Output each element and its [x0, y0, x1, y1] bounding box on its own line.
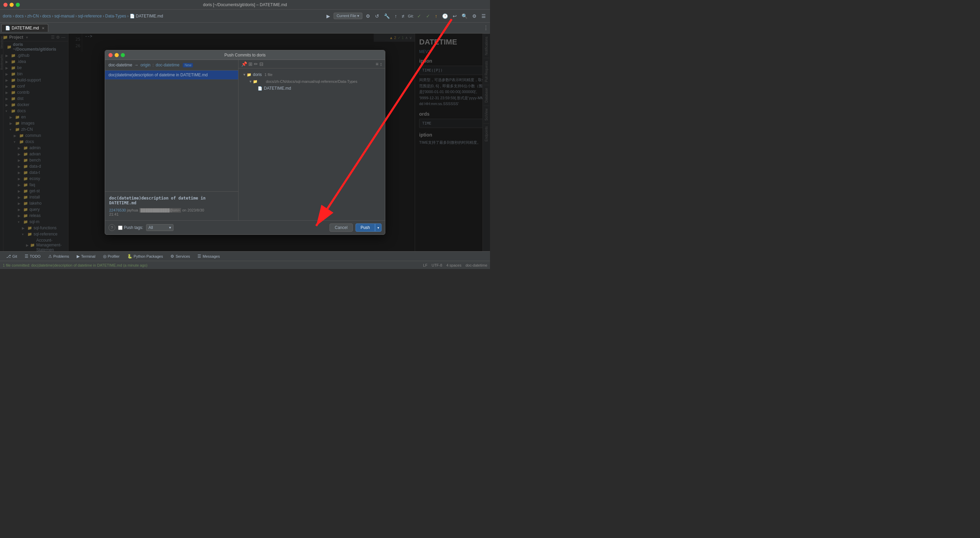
dialog-window-controls	[108, 53, 125, 57]
file-tree-expand-root: ▾	[243, 72, 245, 77]
btab-services[interactable]: ⚙ Services	[167, 253, 193, 260]
dialog-toolbar-filter[interactable]: ≡	[376, 61, 379, 67]
file-tree-root[interactable]: ▾ 📁 doris 1 file	[241, 71, 382, 78]
push-dropdown-button[interactable]: ▾	[375, 223, 382, 232]
btab-terminal[interactable]: ▶ Terminal	[73, 253, 99, 260]
tab-bar: 📄 DATETIME.md ✕ ⋮	[0, 22, 490, 33]
push-tags-checkbox[interactable]: Push tags:	[118, 225, 143, 230]
btab-messages[interactable]: ☰ Messages	[194, 253, 223, 260]
current-file-dropdown[interactable]: Current File ▾	[334, 13, 363, 19]
breadcrumb-file: 📄	[130, 14, 135, 19]
file-tree-path[interactable]: ▾ 📁 docs/zh-CN/docs/sql-manual/sql-refer…	[241, 78, 382, 85]
close-button[interactable]	[3, 3, 8, 7]
dialog-toolbar-view[interactable]: ⊟	[259, 61, 264, 67]
dialog-branch-header: doc-datetime → origin : doc-datetime New	[105, 60, 238, 70]
btab-python-label: Python Packages	[134, 254, 163, 258]
status-message: 1 file committed: doc(datetime)descripti…	[3, 263, 148, 267]
breadcrumb-docs2[interactable]: docs	[42, 14, 51, 19]
indent-indicator[interactable]: 4 spaces	[446, 263, 461, 267]
menu-icon[interactable]: ☰	[480, 13, 487, 19]
commit-item-0[interactable]: doc(datetime)description of datetime in …	[105, 70, 238, 80]
minimize-button[interactable]	[10, 3, 14, 7]
run-icon[interactable]: ▶	[325, 13, 332, 19]
dialog-toolbar-sort[interactable]: ↕	[380, 61, 382, 67]
breadcrumb-sql-reference[interactable]: sql-reference	[78, 14, 102, 19]
commit-time: 21:41	[109, 212, 119, 216]
tab-datetime[interactable]: 📄 DATETIME.md ✕	[2, 24, 48, 32]
dialog-close-btn[interactable]	[108, 53, 113, 57]
dialog-toolbar-edit[interactable]: ✏	[254, 61, 258, 67]
tab-close[interactable]: ✕	[42, 26, 45, 30]
dialog-max-btn[interactable]	[121, 53, 125, 57]
dialog-toolbar-pin[interactable]: 📌	[241, 61, 247, 67]
tools-icon[interactable]: 🔧	[383, 13, 391, 19]
messages-btab-icon: ☰	[197, 254, 201, 259]
btab-problems-label: Problems	[53, 254, 69, 258]
diff-icon[interactable]: ≠	[400, 13, 406, 19]
dialog-min-btn[interactable]	[115, 53, 119, 57]
history-icon[interactable]: 🕐	[441, 13, 449, 19]
tab-icon: 📄	[5, 25, 10, 30]
path-folder-icon: 📁	[253, 80, 258, 84]
status-bar-right: LF UTF-8 4 spaces doc-datetime	[423, 263, 487, 267]
todo-btab-icon: ☰	[25, 254, 29, 259]
file-tree-expand-path: ▾	[250, 79, 251, 84]
help-button[interactable]: ?	[108, 224, 115, 231]
origin-sep: :	[153, 63, 154, 67]
window-title: doris [~/Documents/git/doris] – DATETIME…	[203, 2, 287, 7]
push-tags-check-input[interactable]	[118, 226, 123, 230]
push-tags-label: Push tags:	[124, 225, 143, 230]
btab-profiler-label: Profiler	[108, 254, 120, 258]
btab-git[interactable]: ⎇ Git	[3, 253, 21, 260]
cancel-button[interactable]: Cancel	[329, 223, 352, 232]
breadcrumb: doris › docs › zh-CN › docs › sql-manual…	[3, 14, 163, 19]
btab-profiler[interactable]: ◎ Profiler	[100, 253, 123, 260]
git-push-icon[interactable]: ↑	[434, 13, 439, 19]
breadcrumb-sql-manual[interactable]: sql-manual	[54, 14, 75, 19]
breadcrumb-doris[interactable]: doris	[3, 14, 12, 19]
dialog-footer-left: ? Push tags: All ▾	[108, 224, 173, 231]
window-controls	[3, 3, 20, 7]
push-dialog: Push Commits to doris doc-datetime → ori…	[105, 50, 385, 235]
btab-problems[interactable]: ⚠ Problems	[45, 253, 73, 260]
btab-python[interactable]: 🐍 Python Packages	[124, 253, 167, 260]
doris-folder-icon: 📁	[247, 73, 251, 77]
encoding-indicator[interactable]: UTF-8	[431, 263, 442, 267]
new-badge: New	[183, 63, 193, 67]
commit-msg-0: doc(datetime)description of datetime in …	[108, 73, 235, 77]
undo-icon[interactable]: ↩	[451, 13, 458, 19]
reload-icon[interactable]: ↺	[374, 13, 380, 19]
dialog-toolbar-grid[interactable]: ⊞	[248, 61, 253, 67]
breadcrumb-zh-cn[interactable]: zh-CN	[27, 14, 39, 19]
title-bar: doris [~/Documents/git/doris] – DATETIME…	[0, 0, 490, 10]
breadcrumb-filename: DATETIME.md	[136, 14, 163, 19]
commit-icon[interactable]: ↑	[393, 13, 398, 19]
search-icon[interactable]: 🔍	[460, 13, 469, 19]
build-icon[interactable]: ⚙	[364, 13, 372, 19]
branch-indicator[interactable]: doc-datetime	[465, 263, 487, 267]
file-tree-file[interactable]: 📄 DATETIME.md	[241, 85, 382, 92]
commit-detail-meta: 22476530 jayhua ████████████@om> on 2023…	[109, 208, 234, 216]
bottom-tabs: ⎇ Git ☰ TODO ⚠ Problems ▶ Terminal ◎ Pro…	[0, 251, 490, 261]
terminal-btab-icon: ▶	[76, 254, 80, 259]
maximize-button[interactable]	[16, 3, 20, 7]
branch-from: doc-datetime	[108, 63, 132, 67]
tags-dropdown[interactable]: All ▾	[146, 224, 173, 231]
breadcrumb-data-types[interactable]: Data-Types	[105, 14, 126, 19]
datetime-file-icon: 📄	[258, 86, 262, 91]
toolbar: doris › docs › zh-CN › docs › sql-manual…	[0, 10, 490, 22]
git-btab-icon: ⎇	[6, 254, 11, 259]
push-btn-group: Push ▾	[356, 223, 382, 232]
push-button[interactable]: Push	[356, 223, 375, 232]
tab-label: DATETIME.md	[12, 25, 39, 30]
services-btab-icon: ⚙	[170, 254, 174, 259]
lf-indicator[interactable]: LF	[423, 263, 427, 267]
git-check-icon[interactable]: ✓	[416, 13, 423, 19]
breadcrumb-docs[interactable]: docs	[15, 14, 24, 19]
tab-more[interactable]: ⋮	[483, 25, 488, 31]
btab-todo[interactable]: ☰ TODO	[21, 253, 44, 260]
dialog-body: doc-datetime → origin : doc-datetime New…	[105, 60, 385, 220]
git-check2-icon[interactable]: ✓	[425, 13, 431, 19]
dialog-files-panel: 📌 ⊞ ✏ ⊟ ≡ ↕ ▾ 📁 doris 1 file ▾	[239, 60, 385, 220]
settings-icon[interactable]: ⚙	[471, 13, 478, 19]
